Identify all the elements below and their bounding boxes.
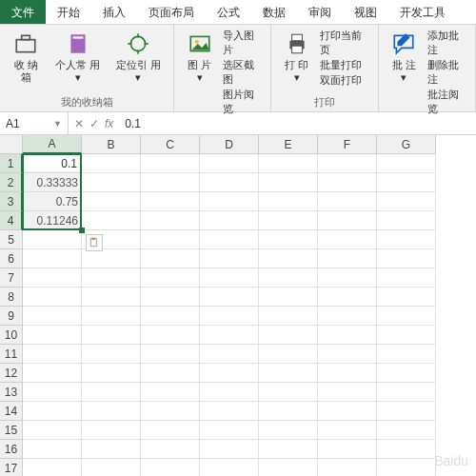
personal-button[interactable]: 个人常 用 ▾	[50, 29, 106, 86]
picture-browse[interactable]: 图片阅览	[223, 88, 263, 116]
cell[interactable]	[200, 154, 259, 173]
cell[interactable]	[259, 459, 318, 476]
cell[interactable]	[200, 440, 259, 459]
cell[interactable]	[200, 345, 259, 364]
chevron-down-icon[interactable]: ▼	[53, 119, 62, 129]
cell[interactable]	[200, 326, 259, 345]
import-picture[interactable]: 导入图片	[223, 29, 263, 57]
cell[interactable]: 0.11246	[23, 211, 82, 230]
row-header[interactable]: 12	[0, 364, 23, 383]
cell[interactable]	[259, 345, 318, 364]
cell[interactable]	[141, 249, 200, 268]
comment-button[interactable]: 批 注 ▾	[387, 29, 422, 86]
cell[interactable]	[23, 288, 82, 307]
cell[interactable]	[141, 345, 200, 364]
cell[interactable]	[318, 440, 377, 459]
row-header[interactable]: 5	[0, 230, 23, 249]
cell[interactable]	[23, 383, 82, 402]
cell[interactable]	[259, 383, 318, 402]
row-header[interactable]: 4	[0, 211, 23, 230]
row-header[interactable]: 1	[0, 154, 23, 173]
column-header[interactable]: G	[377, 135, 436, 154]
cell[interactable]	[377, 440, 436, 459]
tab-view[interactable]: 视图	[343, 0, 388, 24]
cell[interactable]	[377, 326, 436, 345]
cell[interactable]	[377, 402, 436, 421]
cell[interactable]	[318, 345, 377, 364]
cell[interactable]	[377, 364, 436, 383]
cell[interactable]	[377, 268, 436, 288]
cell[interactable]	[200, 364, 259, 383]
cell[interactable]	[23, 326, 82, 345]
column-header[interactable]: D	[200, 135, 259, 154]
cell[interactable]	[318, 173, 377, 192]
fx-icon[interactable]: fx	[105, 117, 113, 130]
row-header[interactable]: 15	[0, 421, 23, 440]
cell[interactable]	[141, 459, 200, 476]
cell[interactable]	[82, 307, 141, 326]
column-header[interactable]: A	[23, 135, 82, 154]
cell[interactable]	[318, 268, 377, 288]
row-header[interactable]: 17	[0, 459, 23, 476]
locate-button[interactable]: 定位引 用 ▾	[110, 29, 166, 86]
cell[interactable]	[377, 154, 436, 173]
cell[interactable]	[200, 268, 259, 288]
cell[interactable]	[141, 211, 200, 230]
column-header[interactable]: B	[82, 135, 141, 154]
print-duplex[interactable]: 双面打印	[320, 73, 370, 88]
cell[interactable]	[377, 383, 436, 402]
cell[interactable]	[318, 154, 377, 173]
cell[interactable]	[141, 230, 200, 249]
cell-grid[interactable]: 0.10.333330.750.112460.1	[23, 154, 436, 476]
cell[interactable]	[318, 383, 377, 402]
cell[interactable]	[377, 192, 436, 211]
cell[interactable]	[141, 288, 200, 307]
select-all-corner[interactable]	[0, 135, 23, 154]
row-header[interactable]: 10	[0, 326, 23, 345]
cell[interactable]	[200, 288, 259, 307]
cell[interactable]	[318, 211, 377, 230]
cell[interactable]	[23, 230, 82, 249]
cell[interactable]	[318, 364, 377, 383]
row-header[interactable]: 2	[0, 173, 23, 192]
cell[interactable]	[200, 402, 259, 421]
cell[interactable]	[82, 459, 141, 476]
cell[interactable]	[82, 154, 141, 173]
cell[interactable]	[318, 402, 377, 421]
cell[interactable]	[23, 345, 82, 364]
cell[interactable]	[141, 326, 200, 345]
cell[interactable]	[259, 211, 318, 230]
cell[interactable]	[23, 440, 82, 459]
storage-button[interactable]: 收 纳箱	[8, 29, 45, 86]
cell[interactable]	[259, 421, 318, 440]
tab-home[interactable]: 开始	[46, 0, 91, 24]
row-header[interactable]: 7	[0, 268, 23, 288]
column-header[interactable]: C	[141, 135, 200, 154]
cell[interactable]	[23, 421, 82, 440]
picture-button[interactable]: 图 片 ▾	[182, 29, 217, 86]
cell[interactable]	[141, 268, 200, 288]
cell[interactable]	[200, 230, 259, 249]
row-header[interactable]: 16	[0, 440, 23, 459]
selection-screenshot[interactable]: 选区截图	[223, 58, 263, 87]
print-batch[interactable]: 批量打印	[320, 58, 370, 72]
tab-insert[interactable]: 插入	[91, 0, 137, 24]
cell[interactable]	[377, 288, 436, 307]
comment-add[interactable]: 添加批注	[427, 29, 467, 57]
cell[interactable]	[200, 459, 259, 476]
cell[interactable]	[259, 192, 318, 211]
cell[interactable]	[141, 383, 200, 402]
cell[interactable]	[318, 192, 377, 211]
column-header[interactable]: E	[259, 135, 318, 154]
cell[interactable]	[200, 421, 259, 440]
name-box[interactable]: A1 ▼	[0, 112, 69, 134]
cell[interactable]	[82, 345, 141, 364]
cell[interactable]	[141, 364, 200, 383]
cell[interactable]	[259, 440, 318, 459]
paste-options-button[interactable]	[86, 234, 103, 251]
formula-input[interactable]	[119, 117, 476, 130]
cell[interactable]	[200, 173, 259, 192]
tab-data[interactable]: 数据	[251, 0, 297, 24]
cell[interactable]	[82, 211, 141, 230]
cell[interactable]	[377, 173, 436, 192]
